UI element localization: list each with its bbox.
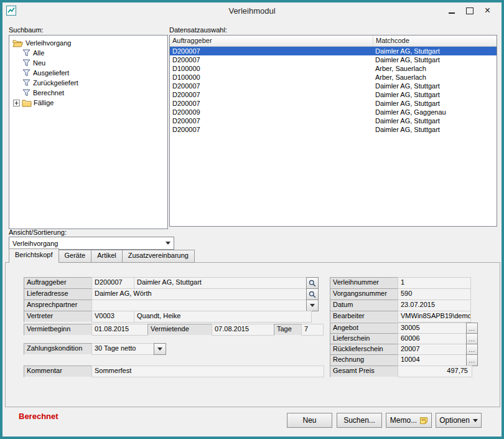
maximize-button[interactable] xyxy=(460,2,478,19)
tage-field[interactable]: 7 xyxy=(301,324,324,336)
gesamt-preis-field: 497,75 xyxy=(398,366,472,377)
folder-icon xyxy=(22,99,32,107)
table-row[interactable]: D200007 Daimler AG, Stuttgart xyxy=(170,116,497,125)
bearbeiter-field[interactable]: VMWin8SAPB19\demo xyxy=(398,311,471,323)
cell-auftraggeber: D200007 xyxy=(170,47,373,55)
tree-item-label: Ausgeliefert xyxy=(33,69,69,77)
tree-item-label: Neu xyxy=(33,59,45,67)
cell-matchcode: Daimler AG, Stuttgart xyxy=(373,82,497,90)
optionen-button[interactable]: Optionen xyxy=(436,413,482,428)
ansprechpartner-field[interactable] xyxy=(91,300,312,311)
rechnung-field[interactable]: 10004 xyxy=(398,354,471,366)
tab-geraete[interactable]: Geräte xyxy=(58,250,92,263)
verleihnummer-field[interactable]: 1 xyxy=(398,277,471,289)
vertreter-code-field[interactable]: V0003 xyxy=(91,311,139,323)
magnifier-icon xyxy=(309,291,316,298)
table-row[interactable]: D200007 Daimler AG, Stuttgart xyxy=(170,125,497,134)
tab-artikel[interactable]: Artikel xyxy=(91,250,123,263)
column-header-matchcode[interactable]: Matchcode xyxy=(373,35,497,46)
neu-button[interactable]: Neu xyxy=(287,413,332,428)
records-label: Datensatzauswahl: xyxy=(169,26,227,34)
triangle-down-icon xyxy=(157,347,162,351)
tab-berichtskopf[interactable]: Berichtskopf xyxy=(9,248,59,263)
filter-funnel-icon xyxy=(22,59,30,67)
ansprechpartner-dropdown-button[interactable] xyxy=(306,300,319,311)
view-sort-label: Ansicht/Sortierung: xyxy=(9,229,67,236)
auftraggeber-lookup-button[interactable] xyxy=(306,277,319,289)
tree-item[interactable]: Zurückgeliefert xyxy=(9,78,167,88)
table-row[interactable]: D100000 Arber, Sauerlach xyxy=(170,73,497,82)
cell-auftraggeber: D100000 xyxy=(170,73,373,82)
table-row[interactable]: D200007 Daimler AG, Stuttgart xyxy=(170,47,497,55)
tree-item-verleihvorgang[interactable]: Verleihvorgang xyxy=(9,38,167,48)
vermietende-label: Vermietende xyxy=(147,324,213,336)
window-title: Verleihmodul xyxy=(2,6,502,16)
ansprechpartner-label: Ansprechpartner xyxy=(24,300,94,311)
tree-children: Alle Neu Ausgeliefert Zurückgeliefert xyxy=(9,48,167,98)
rechnung-label: Rechnung xyxy=(330,354,400,366)
kommentar-label: Kommentar xyxy=(24,366,94,377)
status-badge: Berechnet xyxy=(19,412,58,421)
table-row[interactable]: D200007 Daimler AG, Stuttgart xyxy=(170,55,497,64)
bearbeiter-label: Bearbeiter xyxy=(330,311,400,323)
window-border-left xyxy=(0,0,2,439)
tree-item[interactable]: Alle xyxy=(9,48,167,58)
zahlungskondition-field[interactable]: 30 Tage netto xyxy=(91,343,161,355)
lieferadresse-lookup-button[interactable] xyxy=(306,288,319,300)
rechnung-dots-button[interactable]: ... xyxy=(466,354,478,366)
cell-matchcode: Daimler AG, Stuttgart xyxy=(373,90,497,99)
view-sort-combobox[interactable]: Verleihvorgang xyxy=(9,237,174,250)
zahlungskondition-dropdown-button[interactable] xyxy=(154,343,166,355)
triangle-down-icon xyxy=(310,304,315,307)
searchtree-label: Suchbaum: xyxy=(9,26,44,34)
vorgangsnummer-field[interactable]: 590 xyxy=(398,288,471,300)
cell-matchcode: Daimler AG, Stuttgart xyxy=(373,47,497,55)
cell-matchcode: Daimler AG, Stuttgart xyxy=(373,125,497,134)
vertreter-name-field[interactable]: Quandt, Heike xyxy=(134,311,312,323)
tree-item-label: Fällige xyxy=(34,99,54,106)
suchen-button[interactable]: Suchen... xyxy=(337,413,382,428)
cell-auftraggeber: D200007 xyxy=(170,125,373,134)
cell-auftraggeber: D200007 xyxy=(170,90,373,99)
window-border-bottom xyxy=(0,437,504,439)
app-window: Verleihmodul × Suchbaum: Datensatzauswah… xyxy=(0,0,504,439)
datum-field[interactable]: 23.07.2015 xyxy=(398,300,471,311)
cell-matchcode: Daimler AG, Stuttgart xyxy=(373,116,497,125)
combobox-value: Verleihvorgang xyxy=(12,240,58,247)
search-tree: Verleihvorgang Alle Neu Ausgeliefert xyxy=(9,35,168,229)
memo-button[interactable]: Memo... xyxy=(386,413,432,428)
vermietbeginn-field[interactable]: 01.08.2015 xyxy=(91,324,152,336)
table-row[interactable]: D200007 Daimler AG, Stuttgart xyxy=(170,99,497,108)
tab-strip: Berichtskopf Geräte Artikel Zusatzverein… xyxy=(9,251,195,263)
tree-item-faellige[interactable]: Fällige xyxy=(9,98,167,108)
kommentar-field[interactable]: Sommerfest xyxy=(91,366,324,377)
minimize-button[interactable] xyxy=(442,2,460,19)
cell-auftraggeber: D200009 xyxy=(170,108,373,116)
tree-item-label: Alle xyxy=(33,49,44,57)
expand-plus-icon[interactable] xyxy=(13,100,20,106)
record-list: Auftraggeber Matchcode D200007 Daimler A… xyxy=(169,35,497,227)
auftraggeber-name-field[interactable]: Daimler AG, Stuttgart xyxy=(134,277,312,289)
cell-matchcode: Arber, Sauerlach xyxy=(373,73,497,82)
cell-auftraggeber: D200007 xyxy=(170,99,373,108)
table-row[interactable]: D200009 Daimler AG, Gaggenau xyxy=(170,108,497,116)
tree-item[interactable]: Ausgeliefert xyxy=(9,68,167,78)
tree-item[interactable]: Berechnet xyxy=(9,88,167,98)
optionen-button-label: Optionen xyxy=(439,416,470,425)
lieferadresse-field[interactable]: Daimler AG, Wörth xyxy=(91,288,312,300)
lieferadresse-label: Lieferadresse xyxy=(24,288,94,300)
vermietende-field[interactable]: 07.08.2015 xyxy=(212,324,278,336)
table-row[interactable]: D100000 Arber, Sauerlach xyxy=(170,64,497,73)
memo-note-icon xyxy=(420,417,427,424)
auftraggeber-code-field[interactable]: D200007 xyxy=(91,277,139,289)
minimize-icon xyxy=(449,12,455,14)
tab-zusatzvereinbarung[interactable]: Zusatzvereinbarung xyxy=(122,250,195,263)
tree-item[interactable]: Neu xyxy=(9,58,167,68)
zahlungskondition-label: Zahlungskondition xyxy=(24,343,94,355)
table-row[interactable]: D200007 Daimler AG, Stuttgart xyxy=(170,90,497,99)
cell-auftraggeber: D200007 xyxy=(170,55,373,64)
close-button[interactable]: × xyxy=(478,2,497,19)
column-header-auftraggeber[interactable]: Auftraggeber xyxy=(170,35,373,46)
table-row[interactable]: D200007 Daimler AG, Stuttgart xyxy=(170,82,497,90)
cell-auftraggeber: D200007 xyxy=(170,116,373,125)
